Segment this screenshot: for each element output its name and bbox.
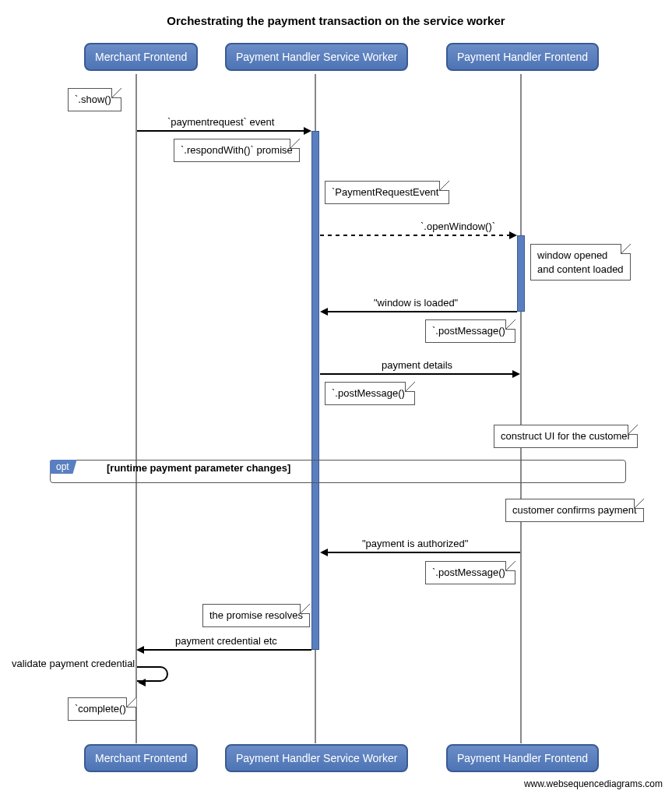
- note-complete: `complete()`: [68, 697, 136, 721]
- note-construct-ui: construct UI for the customer: [494, 425, 638, 448]
- note-show: `.show()`: [68, 88, 121, 111]
- arrowhead-paymentauthorized: [320, 549, 328, 556]
- opt-frame: opt [runtime payment parameter changes]: [50, 460, 626, 483]
- participant-service-worker-top: Payment Handler Service Worker: [225, 43, 408, 71]
- participant-handler-frontend-bottom: Payment Handler Frontend: [446, 744, 599, 772]
- attribution-text: www.websequencediagrams.com: [524, 778, 663, 789]
- note-postmessage-3: `.postMessage()`: [425, 561, 515, 584]
- msg-openwindow: `.openWindow()`: [420, 221, 495, 232]
- msg-paymentdetails: payment details: [382, 359, 452, 371]
- arrow-paymentdetails: [320, 373, 515, 375]
- note-respondwith: `.respondWith()` promise: [174, 139, 300, 162]
- msg-paymentrequest: `paymentrequest` event: [167, 116, 274, 128]
- arrowhead-paymentrequest: [304, 127, 311, 135]
- arrowhead-paymentdetails: [512, 370, 520, 378]
- arrow-paymentcredential: [143, 649, 311, 651]
- lifeline-handler-frontend: [520, 74, 522, 743]
- msg-validatepayment: validate payment credential: [12, 658, 135, 669]
- note-paymentrequestevent: `PaymentRequestEvent`: [325, 181, 449, 204]
- msg-paymentcredential: payment credential etc: [175, 635, 277, 647]
- arrow-paymentauthorized: [327, 552, 520, 553]
- note-customer-confirms: customer confirms payment: [505, 499, 644, 522]
- activation-service-worker: [311, 131, 319, 650]
- arrowhead-openwindow: [509, 231, 517, 239]
- participant-merchant-bottom: Merchant Frontend: [84, 744, 198, 772]
- arrow-openwindow: [320, 235, 512, 236]
- diagram-title: Orchestrating the payment transaction on…: [0, 0, 672, 27]
- opt-condition: [runtime payment parameter changes]: [107, 462, 290, 474]
- participant-service-worker-bottom: Payment Handler Service Worker: [225, 744, 408, 772]
- msg-paymentauthorized: "payment is authorized": [362, 538, 468, 549]
- note-windowopened: window opened and content loaded: [530, 244, 631, 281]
- note-promise-resolves: the promise resolves: [202, 604, 310, 627]
- activation-handler-frontend: [517, 235, 525, 312]
- arrowhead-windowloaded: [320, 308, 328, 316]
- note-postmessage-2: `.postMessage()`: [325, 382, 415, 405]
- participant-handler-frontend-top: Payment Handler Frontend: [446, 43, 599, 71]
- lifeline-merchant: [135, 74, 137, 743]
- note-postmessage-1: `.postMessage()`: [425, 319, 515, 343]
- arrowhead-paymentcredential: [136, 646, 144, 654]
- arrowhead-validate: [138, 679, 146, 686]
- arrow-paymentrequest: [137, 130, 307, 132]
- opt-tag: opt: [50, 460, 77, 474]
- arrow-windowloaded: [327, 311, 517, 312]
- msg-windowloaded: "window is loaded": [374, 297, 458, 309]
- participant-merchant-top: Merchant Frontend: [84, 43, 198, 71]
